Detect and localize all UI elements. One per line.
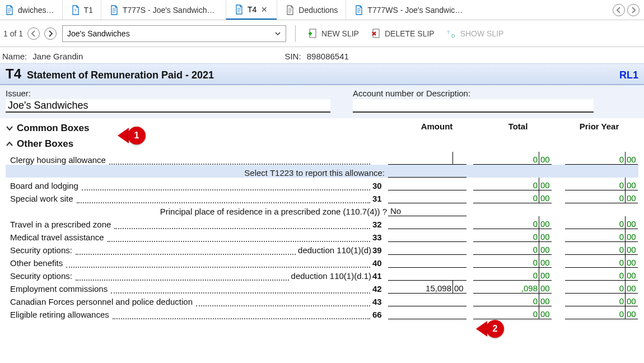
delete-slip-button[interactable]: DELETE SLIP	[368, 26, 438, 41]
form-area: Issuer: Account number or Description:	[0, 85, 644, 118]
prior-cell: 000	[565, 229, 638, 242]
amount-cell[interactable]: 15,09800	[388, 281, 466, 294]
box-number: 41	[372, 268, 388, 281]
prior-cell: 000	[565, 255, 638, 268]
total-cell: 000	[473, 306, 552, 319]
row-label: Employment commissions	[6, 281, 372, 294]
form-row: Employment commissions4215,09800,0980000…	[6, 281, 638, 294]
form-row: Canadian Forces personnel and police ded…	[6, 294, 638, 306]
prior-cell: 000	[565, 190, 638, 203]
form-row: Principal place of residence in a prescr…	[6, 203, 638, 216]
account-label: Account number or Description:	[353, 89, 594, 98]
issuer-input[interactable]	[6, 99, 330, 113]
box-number: 43	[372, 294, 388, 306]
form-row: Board and lodging30000000	[6, 178, 638, 190]
rows-container: Clergy housing allowance000000Select T12…	[6, 152, 638, 319]
total-cell: 000	[473, 294, 552, 306]
close-icon[interactable]: ✕	[260, 5, 269, 14]
tab-next-button[interactable]	[627, 4, 640, 16]
amount-cell[interactable]	[388, 268, 466, 281]
amount-cell[interactable]	[388, 294, 466, 306]
form-row: Special work site31000000	[6, 190, 638, 203]
new-slip-label: NEW SLIP	[321, 29, 359, 38]
tab[interactable]: Deductions	[277, 0, 346, 20]
amount-cell[interactable]	[388, 216, 466, 229]
svg-text:D: D	[451, 33, 455, 39]
box-number	[372, 152, 388, 165]
row-label: Other benefits	[6, 255, 372, 268]
form-row: Eligible retiring allowances66000000	[6, 306, 638, 319]
row-label: Principal place of residence in a prescr…	[6, 203, 388, 216]
box-number: 32	[372, 216, 388, 229]
prev-button[interactable]	[27, 27, 40, 40]
delete-slip-icon	[371, 29, 381, 39]
row-label: Eligible retiring allowances	[6, 306, 372, 319]
show-slip-icon: T D	[447, 29, 457, 39]
name-value: Jane Grandin	[32, 52, 83, 61]
tab-bar: dwiches…?T1T777S - Joe's Sandwiche…T4✕De…	[0, 0, 644, 20]
tab-label: T4	[248, 5, 256, 14]
form-row: Security options:deduction 110(1)(d.1)41…	[6, 268, 638, 281]
chevron-down-icon	[6, 124, 13, 132]
row-label: Special work site	[6, 190, 372, 203]
dropdown-value: Joe's Sandwiches	[67, 29, 130, 38]
row-label: Travel in a prescribed zone	[6, 216, 372, 229]
sin-label: SIN:	[284, 52, 301, 61]
amount-cell[interactable]	[388, 229, 466, 242]
common-boxes-section[interactable]: Common Boxes	[6, 120, 398, 136]
box-number: 30	[372, 178, 388, 190]
tab[interactable]: dwiches…	[0, 0, 62, 20]
account-input[interactable]	[353, 99, 594, 113]
total-cell: 000	[473, 268, 552, 281]
row-label: Canadian Forces personnel and police ded…	[6, 294, 372, 306]
total-cell: 000	[473, 178, 552, 190]
form-row: Medical travel assistance33000000	[6, 229, 638, 242]
form-row: Clergy housing allowance000000	[6, 152, 638, 165]
tab-label: T777S - Joe's Sandwiche…	[123, 6, 218, 15]
tab[interactable]: ?T1	[62, 0, 101, 20]
tab[interactable]: T777WS - Joe's Sandwic…	[346, 0, 470, 20]
amount-col-header: Amount	[398, 122, 476, 136]
delete-slip-label: DELETE SLIP	[385, 29, 435, 38]
new-slip-button[interactable]: NEW SLIP	[305, 26, 362, 41]
svg-text:?: ?	[74, 8, 77, 13]
annotation-pin: 2	[476, 320, 504, 338]
rl1-link[interactable]: RL1	[619, 69, 638, 81]
amount-cell[interactable]	[388, 152, 466, 165]
tab-nav	[608, 0, 644, 20]
show-slip-label: SHOW SLIP	[460, 29, 504, 38]
amount-cell[interactable]	[388, 165, 466, 178]
yesno-cell[interactable]: No	[388, 203, 466, 216]
total-cell: ,09800	[473, 281, 552, 294]
form-row: Select T1223 to report this allowance:	[6, 165, 638, 178]
box-number: 33	[372, 229, 388, 242]
box-number: 40	[372, 255, 388, 268]
new-slip-icon	[308, 29, 318, 39]
row-label: Security options:deduction 110(1)(d.1)	[6, 268, 372, 281]
box-number: 66	[372, 306, 388, 319]
tab[interactable]: T777S - Joe's Sandwiche…	[101, 0, 226, 20]
amount-cell[interactable]	[388, 306, 466, 319]
amount-cell[interactable]	[388, 178, 466, 190]
tab[interactable]: T4✕	[226, 0, 277, 20]
prior-cell: 000	[565, 306, 638, 319]
total-cell: 000	[473, 242, 552, 255]
total-cell: 000	[473, 229, 552, 242]
chevron-down-icon	[274, 30, 281, 37]
amount-cell[interactable]	[388, 255, 466, 268]
amount-cell[interactable]	[388, 242, 466, 255]
amount-cell[interactable]	[388, 190, 466, 203]
issuer-label: Issuer:	[6, 89, 330, 98]
doc-icon	[234, 4, 244, 15]
tab-prev-button[interactable]	[613, 4, 625, 16]
box-number: 31	[372, 190, 388, 203]
toolbar-separator	[295, 25, 296, 42]
name-label: Name:	[2, 52, 27, 61]
form-subtitle: Statement of Remuneration Paid - 2021	[27, 69, 214, 81]
issuer-dropdown[interactable]: Joe's Sandwiches	[62, 25, 286, 42]
other-boxes-section[interactable]: Other Boxes	[6, 136, 638, 152]
prior-cell: 000	[565, 178, 638, 190]
row-label: Clergy housing allowance	[6, 152, 372, 165]
next-button[interactable]	[44, 27, 57, 40]
doc-icon	[285, 5, 295, 15]
